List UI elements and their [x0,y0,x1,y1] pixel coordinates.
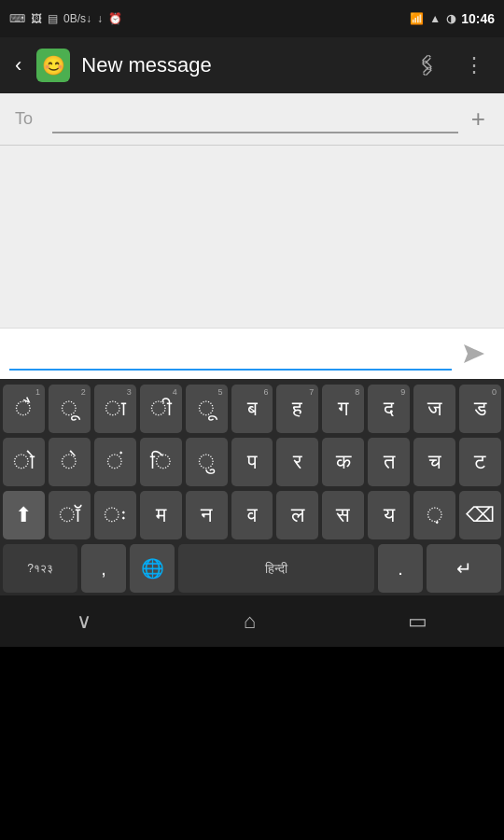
key-ma[interactable]: म [140,491,182,539]
compose-area: To + [0,93,504,328]
key-ii-matra[interactable]: 4ी [140,385,182,433]
recent-nav-button[interactable]: ▭ [380,600,455,643]
key-ai-matra[interactable]: 1ै [3,385,45,433]
bars-icon: ▤ [48,12,58,25]
send-button[interactable] [452,332,495,375]
download-icon: ↓ [97,12,103,25]
app-bar: ‹ 😊 New message 🖇 ⋮ [0,37,504,93]
sms-emoji: 😊 [42,54,65,77]
key-sa[interactable]: स [322,491,364,539]
enter-key[interactable]: ↵ [427,544,501,593]
key-va[interactable]: व [231,491,273,539]
key-uu-matra[interactable]: 5ू [186,385,228,433]
image-icon: 🖼 [31,12,42,25]
key-dda[interactable]: 0ड [459,385,501,433]
space-key[interactable]: हिन्दी [178,544,374,593]
time-display: 10:46 [461,11,495,26]
period-key[interactable]: . [378,544,423,593]
message-body-area[interactable] [0,146,504,328]
key-nukta[interactable]: ़ [413,491,455,539]
key-aa-matra[interactable]: 3ा [94,385,136,433]
status-bar: ⌨ 🖼 ▤ 0B/s↓ ↓ ⏰ 📶 ▲ ◑ 10:46 [0,0,504,37]
nav-bar: ∨ ⌂ ▭ [0,595,504,647]
svg-marker-0 [464,344,484,363]
status-left-icons: ⌨ 🖼 ▤ 0B/s↓ ↓ ⏰ [9,12,122,25]
key-ya[interactable]: य [368,491,410,539]
app-icon: 😊 [36,49,70,82]
comma-key[interactable]: , [81,544,126,593]
to-row: To + [0,93,504,146]
key-u-short-matra[interactable]: ु [186,438,228,486]
keyboard-row-1: 1ै 2ू 3ा 4ी 5ू 6ब 7ह 8ग 9द ज 0ड [3,385,501,433]
key-o-short-matra[interactable]: ॉ [49,491,91,539]
key-ga[interactable]: 8ग [322,385,364,433]
home-nav-button[interactable]: ⌂ [216,600,284,643]
status-right-icons: 📶 ▲ ◑ 10:46 [410,11,495,26]
keyboard-rows: 1ै 2ू 3ा 4ी 5ू 6ब 7ह 8ग 9द ज 0ड ो े ं ि … [3,385,501,593]
to-input[interactable] [52,105,458,133]
key-e-matra[interactable]: े [49,438,91,486]
language-key[interactable]: 🌐 [130,544,175,593]
backspace-key[interactable]: ⌫ [459,491,501,539]
shift-key[interactable]: ⬆ [3,491,45,539]
alarm-icon: ⏰ [108,12,122,25]
keyboard-row-3: ⬆ ॉ ः म न व ल स य ़ ⌫ [3,491,501,539]
key-la[interactable]: ल [276,491,318,539]
network-speed: 0B/s↓ [63,12,91,25]
key-ta[interactable]: त [368,438,410,486]
message-input[interactable] [9,337,452,371]
back-button[interactable]: ‹ [11,49,25,81]
battery-icon: ◑ [446,12,455,25]
add-recipient-button[interactable]: + [468,101,489,137]
key-cha[interactable]: च [413,438,455,486]
keyboard-icon: ⌨ [9,12,25,25]
key-visarga[interactable]: ः [94,491,136,539]
page-title: New message [81,53,399,77]
key-i-matra[interactable]: ि [140,438,182,486]
text-input-row [0,328,504,379]
key-anusvara[interactable]: ं [94,438,136,486]
send-icon [460,341,486,367]
wifi-icon: 📶 [410,12,424,25]
signal-icon: ▲ [429,12,441,25]
key-u-matra[interactable]: 2ू [49,385,91,433]
key-ra[interactable]: र [276,438,318,486]
key-ba[interactable]: 6ब [231,385,273,433]
more-options-button[interactable]: ⋮ [456,46,493,85]
key-ka[interactable]: क [322,438,364,486]
back-nav-button[interactable]: ∨ [49,600,119,643]
key-da[interactable]: 9द [368,385,410,433]
key-na[interactable]: न [186,491,228,539]
attach-button[interactable]: 🖇 [401,39,455,92]
keyboard-row-4: ?१२३ , 🌐 हिन्दी . ↵ [3,544,501,593]
to-label: To [15,109,43,129]
key-ja[interactable]: ज [413,385,455,433]
symbols-key[interactable]: ?१२३ [3,544,77,593]
key-tta[interactable]: ट [459,438,501,486]
key-o-matra[interactable]: ो [3,438,45,486]
keyboard-row-2: ो े ं ि ु प र क त च ट [3,438,501,486]
key-pa[interactable]: प [231,438,273,486]
key-ha[interactable]: 7ह [276,385,318,433]
keyboard: 1ै 2ू 3ा 4ी 5ू 6ब 7ह 8ग 9द ज 0ड ो े ं ि … [0,379,504,595]
